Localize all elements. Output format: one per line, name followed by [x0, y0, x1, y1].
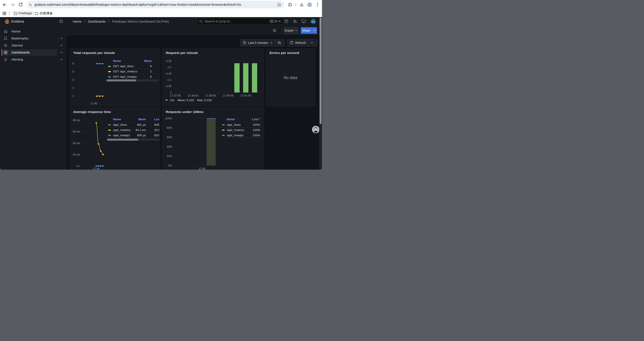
svg-text:60%: 60% [166, 136, 172, 139]
legend-row[interactable]: GET /api/_/metrics2 [106, 69, 159, 74]
search-shortcut: ⌘+k [274, 20, 281, 23]
sidebar-item-alerting[interactable]: Alerting [2, 56, 57, 63]
reload-icon[interactable] [18, 3, 23, 7]
series-name[interactable]: 2xx [170, 99, 174, 102]
legend-table[interactable]: NameMeanLast */api/_/livez661 µs646 µs/a… [106, 117, 159, 141]
legend-row[interactable]: /api/_/livez661 µs646 µs [106, 122, 159, 127]
sidebar-item-bookmarks[interactable]: Bookmarks [2, 35, 57, 42]
zoom-out-icon[interactable] [276, 39, 283, 46]
panel-title[interactable]: Errors per second [270, 51, 299, 55]
legend-scrollbar[interactable] [106, 80, 159, 81]
legend-row[interactable]: /api/_/readyz605 µs620 µs [106, 133, 159, 138]
url-bar[interactable]: grafana.mathmast.com/d/deytv4rwavabkb/fr… [27, 1, 284, 8]
page-scrollbar[interactable] [319, 17, 322, 170]
grafana-app: Grafana Home Bookm [0, 17, 322, 170]
sidebar-header: Grafana [0, 17, 66, 26]
site-controls-icon[interactable] [28, 2, 33, 7]
breadcrumb: Home Dashboards Freeleaps Metrics Dashbo… [73, 17, 169, 26]
series-name[interactable]: /api/_/readyz [227, 134, 244, 137]
series-name[interactable]: GET /api/_/metrics [113, 70, 138, 73]
svg-text:0.05: 0.05 [166, 85, 171, 88]
breadcrumb-current: Freeleaps Metrics Dashboard (ALPHA) [112, 20, 169, 23]
panel-total-requests[interactable]: Total requests per minute 6543217:40 Nam… [70, 49, 160, 106]
svg-text:17:40: 17:40 [93, 167, 100, 170]
sidebar-item-starred[interactable]: Starred [2, 42, 57, 49]
panel-errors-per-second[interactable]: Errors per second No data [266, 49, 316, 106]
legend[interactable]: 2xx Mean: 0.233 Max: 0.233 [165, 99, 212, 102]
forward-icon[interactable] [10, 3, 15, 7]
chevron-down-icon[interactable] [60, 37, 63, 40]
search-input[interactable]: Search or jump to... ⌘+k [197, 18, 283, 24]
series-value: 100% [252, 134, 260, 137]
chevron-down-icon[interactable] [60, 44, 63, 47]
legend-scrollbar[interactable] [106, 139, 159, 141]
chevron-down-icon[interactable] [60, 58, 63, 61]
series-name[interactable]: /api/_/livez [227, 123, 241, 126]
series-mean: Mean: 0.233 [178, 99, 194, 102]
legend-table[interactable]: NameLast */api/_/livez100%/api/_/metrics… [220, 117, 262, 138]
share-menu-button[interactable] [312, 27, 317, 34]
menu-dots-icon[interactable] [316, 3, 319, 7]
monitor-icon[interactable] [302, 20, 306, 23]
series-color-dash [108, 135, 111, 136]
scrollbar-thumb[interactable] [320, 18, 322, 124]
svg-text:0.1: 0.1 [168, 78, 171, 81]
star-dashboard-icon[interactable] [273, 29, 276, 32]
folder-icon [14, 12, 17, 15]
bookmark-item[interactable] [33, 11, 55, 16]
home-icon [4, 30, 8, 33]
time-range-picker[interactable]: Last 5 minutes [246, 39, 268, 46]
legend-row[interactable]: GET /api/_/livez6 [106, 63, 159, 69]
share-button[interactable]: Share [301, 27, 312, 34]
help-icon[interactable] [284, 19, 288, 23]
breadcrumb-home[interactable]: Home [73, 20, 82, 23]
series-name[interactable]: /api/_/readyz [113, 134, 130, 137]
series-color-dash [108, 76, 111, 78]
series-color-dash [222, 124, 225, 126]
grafana-logo[interactable] [4, 19, 10, 24]
export-button[interactable]: Export [284, 27, 298, 34]
legend-scrollbar-thumb[interactable] [106, 80, 136, 81]
legend-row[interactable]: /api/_/metrics40.1 ms20.5 ms [106, 127, 159, 133]
legend-table[interactable]: NameMeanGET /api/_/livez6GET /api/_/metr… [106, 58, 159, 80]
series-name[interactable]: GET /api/_/livez [113, 65, 134, 68]
refresh-button[interactable]: Refresh [293, 39, 306, 46]
svg-text:20 ms: 20 ms [73, 153, 80, 156]
series-name[interactable]: /api/_/livez [113, 123, 127, 126]
floating-assistant-avatar[interactable] [312, 126, 320, 133]
profile-icon[interactable] [307, 3, 312, 7]
sidebar-item-dashboards[interactable]: Dashboards [2, 49, 57, 56]
legend-scrollbar-thumb[interactable] [107, 139, 138, 141]
url-text[interactable]: grafana.mathmast.com/d/deytv4rwavabkb/fr… [35, 1, 241, 8]
bookmark-item[interactable]: Freeleaps [12, 11, 34, 16]
user-avatar[interactable] [310, 19, 316, 24]
bookmark-label: Freeleaps [19, 12, 32, 15]
apps-grid-icon[interactable] [3, 12, 6, 15]
panel-collapse-icon[interactable] [60, 20, 63, 23]
panel-requests-under-100ms[interactable]: Requests under 100ms 100%80%60%40%20%0%1… [162, 108, 264, 170]
breadcrumb-dashboards[interactable]: Dashboards [88, 20, 106, 23]
sidebar-item-home[interactable]: Home [2, 28, 57, 35]
series-name[interactable]: /api/_/metrics [227, 128, 244, 132]
browser-toolbar: grafana.mathmast.com/d/deytv4rwavabkb/fr… [0, 0, 322, 10]
svg-text:17:38:00: 17:38:00 [188, 94, 198, 97]
svg-text:17:37:00: 17:37:00 [170, 94, 180, 97]
series-name[interactable]: /api/_/metrics [113, 128, 131, 132]
rss-icon[interactable] [293, 20, 297, 23]
main-area: Home Dashboards Freeleaps Metrics Dashbo… [66, 17, 322, 170]
refresh-interval-dropdown[interactable] [309, 39, 315, 46]
extensions-icon[interactable] [288, 3, 292, 7]
panel-request-per-minute[interactable]: Request per minute 0.250.20.150.10.05017… [162, 49, 264, 106]
back-icon[interactable] [2, 3, 7, 7]
bookmark-star-icon[interactable] [277, 3, 281, 7]
chevron-down-icon[interactable] [60, 51, 63, 54]
legend-row[interactable]: /api/_/metrics100% [220, 127, 262, 133]
refresh-icon [287, 39, 293, 46]
legend-row[interactable]: /api/_/livez100% [220, 122, 262, 127]
legend-row[interactable]: /api/_/readyz100% [220, 133, 262, 138]
download-icon[interactable] [300, 3, 304, 7]
legend-row[interactable]: GET /api/_/readyz6 [106, 74, 159, 79]
series-color-dash [222, 135, 225, 136]
panel-average-response-time[interactable]: Average response time 80 ms60 ms40 ms20 … [70, 108, 160, 170]
series-name[interactable]: GET /api/_/readyz [113, 75, 137, 78]
